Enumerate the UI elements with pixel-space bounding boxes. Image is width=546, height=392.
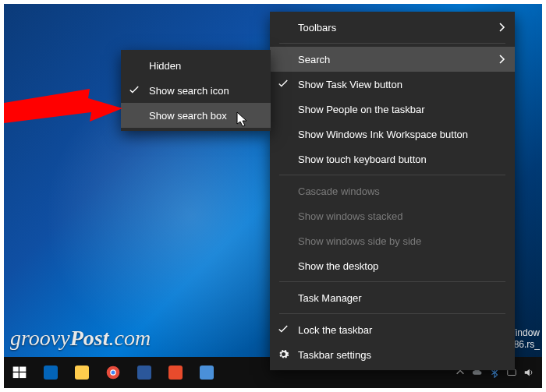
taskbar-menu-item[interactable]: Task Manager [270, 285, 515, 310]
search-submenu-item[interactable]: Show search icon [121, 78, 271, 103]
menu-item-label: Show windows stacked [298, 210, 402, 222]
svg-rect-1 [20, 367, 26, 372]
taskbar-app-word[interactable] [129, 357, 160, 388]
mouse-cursor-icon [236, 111, 250, 129]
svg-rect-0 [13, 367, 19, 372]
menu-item-label: Show search box [149, 110, 227, 122]
taskbar-app-chrome[interactable] [98, 357, 129, 388]
taskbar-menu-item[interactable]: Search [270, 47, 515, 72]
taskbar-menu-item: Cascade windows [270, 178, 515, 203]
checkmark-icon [129, 84, 140, 95]
menu-item-label: Show touch keyboard button [298, 154, 427, 165]
svg-rect-2 [13, 373, 19, 378]
svg-rect-3 [20, 373, 26, 378]
gear-icon [278, 348, 289, 360]
svg-point-6 [112, 371, 115, 375]
menu-item-label: Show Windows Ink Workspace button [298, 129, 468, 140]
taskbar-app-outlook[interactable] [35, 357, 66, 388]
menu-item-label: Toolbars [298, 22, 336, 34]
menu-item-label: Show Task View button [298, 79, 402, 90]
taskbar-app-explorer[interactable] [66, 357, 98, 388]
taskbar-menu-item[interactable]: Show Windows Ink Workspace button [270, 122, 515, 147]
menu-separator [279, 43, 505, 44]
menu-separator [279, 281, 505, 282]
menu-separator [279, 313, 505, 314]
menu-item-label: Show search icon [149, 85, 229, 97]
chevron-right-icon [498, 23, 505, 32]
taskbar-app-snagit[interactable] [160, 357, 191, 388]
taskbar-menu-item[interactable]: Show Task View button [270, 72, 515, 97]
taskbar-menu-item: Show windows stacked [270, 203, 515, 228]
red-arrow-annotation [4, 81, 129, 143]
taskbar-app-generic[interactable] [191, 357, 222, 388]
menu-item-label: Show windows side by side [298, 235, 421, 247]
menu-item-label: Lock the taskbar [298, 324, 372, 336]
chrome-icon [105, 365, 121, 380]
tray-volume-icon[interactable] [520, 357, 537, 388]
taskbar-context-menu[interactable]: ToolbarsSearchShow Task View buttonShow … [270, 12, 515, 370]
windows-logo-icon [12, 365, 27, 380]
menu-item-label: Show the desktop [298, 260, 378, 272]
desktop-wallpaper: Window 17686.rs_ groovyPost.com Toolbars… [0, 0, 546, 392]
menu-item-label: Hidden [149, 60, 181, 72]
groovypost-watermark: groovyPost.com [10, 326, 151, 351]
menu-item-label: Show People on the taskbar [298, 104, 425, 115]
taskbar-menu-item: Show windows side by side [270, 228, 515, 253]
search-submenu-item[interactable]: Hidden [121, 53, 271, 78]
menu-separator [279, 175, 505, 175]
menu-item-label: Taskbar settings [298, 349, 371, 361]
menu-item-label: Task Manager [298, 292, 362, 304]
start-button[interactable] [4, 357, 35, 388]
menu-item-label: Cascade windows [298, 185, 380, 197]
svg-rect-7 [508, 370, 516, 376]
taskbar-menu-item[interactable]: Show People on the taskbar [270, 97, 515, 122]
chevron-right-icon [498, 55, 505, 64]
taskbar-menu-item[interactable]: Toolbars [270, 15, 515, 40]
svg-marker-8 [4, 89, 122, 123]
taskbar-menu-item[interactable]: Show the desktop [270, 253, 515, 278]
checkmark-icon [278, 78, 289, 89]
checkmark-icon [278, 323, 289, 334]
taskbar-menu-item[interactable]: Taskbar settings [270, 342, 515, 367]
taskbar-menu-item[interactable]: Lock the taskbar [270, 317, 515, 342]
menu-item-label: Search [298, 54, 330, 65]
taskbar-menu-item[interactable]: Show touch keyboard button [270, 147, 515, 171]
